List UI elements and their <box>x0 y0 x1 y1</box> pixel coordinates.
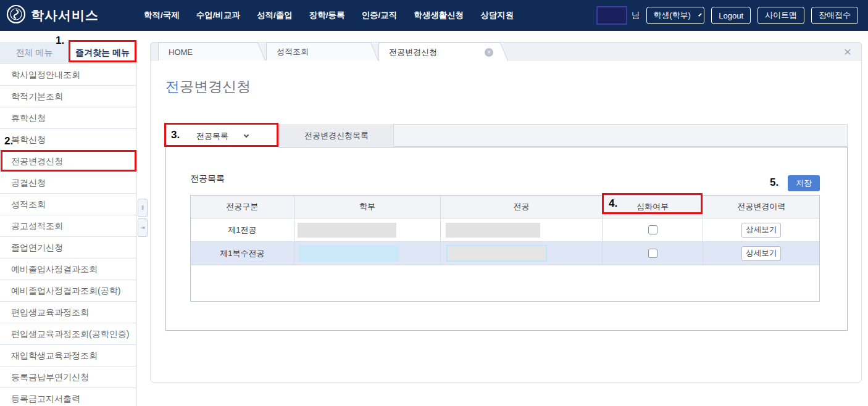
page-title-accent: 전 <box>165 78 180 94</box>
cell-deepening <box>603 218 704 241</box>
sidebar-tabs: 전체 메뉴 즐겨찾는 메뉴 <box>0 42 136 64</box>
sidebar-item-tuition-deferral[interactable]: 등록금납부연기신청 <box>0 367 136 388</box>
sidebar-menu-list: 학사일정안내조회 학적기본조회 휴학신청 복학신청 전공변경신청 공결신청 성적… <box>0 64 136 406</box>
nav-item-counseling[interactable]: 상담지원 <box>480 10 514 21</box>
page-title-rest: 공변경신청 <box>180 78 251 94</box>
sidebar-item-leave-application[interactable]: 휴학신청 <box>0 107 136 129</box>
app-title: 학사서비스 <box>31 7 99 24</box>
sidebar-item-major-change[interactable]: 전공변경신청 <box>0 151 136 172</box>
cell-change-history: 상세보기 <box>703 242 819 265</box>
splitter-grip-button[interactable]: ‖ <box>138 199 148 217</box>
save-button[interactable]: 저장 <box>788 175 820 191</box>
tab-major-change-label: 전공변경신청 <box>389 47 437 58</box>
nav-item-student-life[interactable]: 학생생활신청 <box>414 10 464 21</box>
subtab-strip: 전공목록 전공변경신청목록 <box>165 124 848 147</box>
sidebar-item-pre-graduation-result-eng[interactable]: 예비졸업사정결과조회(공학) <box>0 280 136 302</box>
detail-view-button[interactable]: 상세보기 <box>741 223 781 238</box>
sidebar-item-record-basic[interactable]: 학적기본조회 <box>0 86 136 107</box>
sidebar-item-posted-grades[interactable]: 공고성적조회 <box>0 215 136 237</box>
topbar: 학사서비스 학적/국제 수업/비교과 성적/졸업 장학/등록 인증/교직 학생생… <box>0 0 868 31</box>
section-title: 전공목록 <box>190 173 225 184</box>
cell-faculty <box>294 218 441 241</box>
header-major: 전공 <box>441 196 602 218</box>
cell-major <box>441 242 602 265</box>
sidebar-item-return-application[interactable]: 복학신청 <box>0 129 136 151</box>
screen: 학사서비스 학적/국제 수업/비교과 성적/졸업 장학/등록 인증/교직 학생생… <box>0 0 868 406</box>
sidebar-divider <box>136 42 137 406</box>
redacted-value <box>446 223 540 238</box>
tab-major-change[interactable]: 전공변경신청 × <box>378 43 499 61</box>
nav-item-courses[interactable]: 수업/비교과 <box>196 10 240 21</box>
nav-item-grades[interactable]: 성적/졸업 <box>257 10 293 21</box>
table-row: 제1복수전공 상세보기 <box>191 242 819 265</box>
cell-change-history: 상세보기 <box>703 218 819 241</box>
logout-button[interactable]: Logout <box>711 7 751 24</box>
cell-major-category: 제1복수전공 <box>191 242 294 265</box>
subtab-change-request-list-label: 전공변경신청목록 <box>304 130 369 141</box>
nav-item-records[interactable]: 학적/국제 <box>144 10 180 21</box>
main-panel: HOME 성적조회 전공변경신청 × × 전공변경신청 전공목록 전공변경신청목… <box>150 42 862 383</box>
table-row: 제1전공 상세보기 <box>191 218 819 242</box>
detail-view-button[interactable]: 상세보기 <box>741 246 781 261</box>
sidebar-item-grade-inquiry[interactable]: 성적조회 <box>0 194 136 215</box>
header-major-category: 전공구분 <box>191 196 294 218</box>
major-list-table: 전공구분 학부 전공 심화여부 전공변경이력 제1전공 상세보기 제1복수전공 … <box>190 195 820 302</box>
header-deepening: 심화여부 <box>603 196 704 218</box>
role-dropdown-value: 학생(학부) <box>653 10 691 21</box>
table-empty-area <box>191 265 819 301</box>
chevron-down-icon <box>698 13 702 17</box>
collapse-arrow-icon: ⇥ <box>140 225 145 231</box>
close-icon[interactable]: × <box>844 44 851 59</box>
header-change-history: 전공변경이력 <box>703 196 819 218</box>
tab-home[interactable]: HOME <box>158 43 257 60</box>
tab-grade-inquiry[interactable]: 성적조회 <box>266 43 370 60</box>
error-report-button[interactable]: 장애접수 <box>811 7 858 24</box>
chevron-down-icon <box>244 133 249 138</box>
sidebar-item-readmission-curriculum[interactable]: 재입학생교육과정조회 <box>0 345 136 367</box>
top-navigation: 학적/국제 수업/비교과 성적/졸업 장학/등록 인증/교직 학생생활신청 상담… <box>144 10 514 21</box>
sidebar-item-graduation-deferral[interactable]: 졸업연기신청 <box>0 237 136 259</box>
redacted-value <box>298 223 396 238</box>
user-honorific: 님 <box>632 10 640 21</box>
sitemap-button[interactable]: 사이트맵 <box>757 7 804 24</box>
tab-home-label: HOME <box>169 48 193 57</box>
sidebar-tab-favorites-menu[interactable]: 즐겨찾는 메뉴 <box>69 42 136 64</box>
subtab-major-list[interactable]: 전공목록 <box>165 124 279 147</box>
table-header-row: 전공구분 학부 전공 심화여부 전공변경이력 <box>191 196 819 218</box>
redacted-value <box>299 245 399 262</box>
subtab-change-request-list[interactable]: 전공변경신청목록 <box>279 124 394 147</box>
redacted-value <box>446 245 547 262</box>
sidebar-item-pre-graduation-result[interactable]: 예비졸업사정결과조회 <box>0 259 136 280</box>
tab-grade-inquiry-label: 성적조회 <box>277 46 309 57</box>
brand-logo[interactable]: 학사서비스 <box>0 4 144 27</box>
header-faculty: 학부 <box>294 196 441 218</box>
deepening-checkbox[interactable] <box>648 249 657 258</box>
sidebar-tab-all-menu[interactable]: 전체 메뉴 <box>0 42 69 64</box>
grip-icon: ‖ <box>141 205 144 211</box>
deepening-checkbox[interactable] <box>648 225 657 234</box>
nav-item-certification[interactable]: 인증/교직 <box>362 10 398 21</box>
subtab-major-list-label: 전공목록 <box>196 131 228 142</box>
tab-close-icon[interactable]: × <box>485 48 493 57</box>
sidebar-item-tuition-bill-print[interactable]: 등록금고지서출력 <box>0 388 136 406</box>
sidebar-item-academic-calendar[interactable]: 학사일정안내조회 <box>0 64 136 86</box>
page-title: 전공변경신청 <box>165 77 251 96</box>
topbar-user-area: 님 학생(학부) Logout 사이트맵 장애접수 <box>596 0 858 31</box>
nav-item-scholarship[interactable]: 장학/등록 <box>309 10 345 21</box>
cell-faculty <box>294 242 441 265</box>
sidebar-item-transfer-curriculum-abeek[interactable]: 편입생교육과정조회(공학인증) <box>0 323 136 345</box>
cell-major <box>441 218 602 241</box>
university-emblem-icon <box>6 4 26 27</box>
window-tab-strip: HOME 성적조회 전공변경신청 × × <box>150 42 862 60</box>
role-dropdown[interactable]: 학생(학부) <box>646 7 704 24</box>
username-redacted <box>596 6 627 25</box>
cell-major-category: 제1전공 <box>191 218 294 241</box>
cell-deepening <box>603 242 704 265</box>
sidebar-item-transfer-curriculum[interactable]: 편입생교육과정조회 <box>0 302 136 323</box>
splitter-collapse-button[interactable]: ⇥ <box>138 218 148 237</box>
sidebar-item-excused-absence[interactable]: 공결신청 <box>0 172 136 194</box>
